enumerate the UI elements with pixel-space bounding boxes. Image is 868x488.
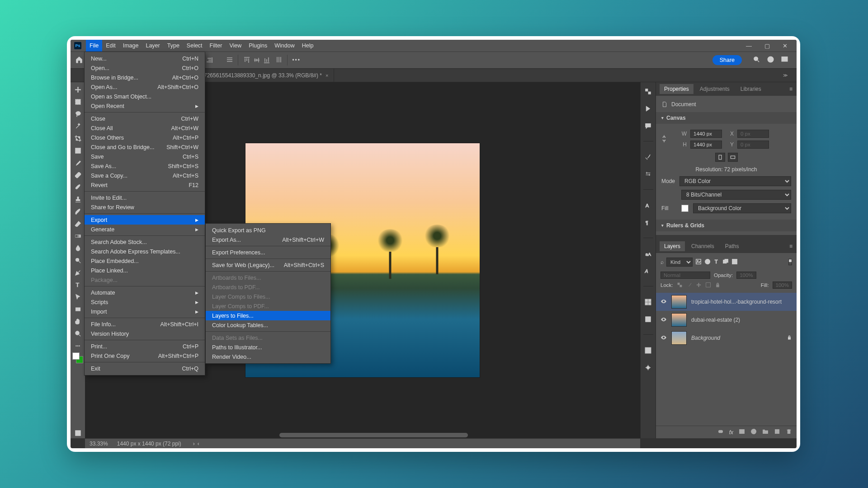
y-input[interactable] xyxy=(737,141,769,149)
filter-type-icon[interactable]: T xyxy=(713,258,720,266)
menu-item[interactable]: RevertF12 xyxy=(85,180,205,190)
adjustments-panel-icon[interactable] xyxy=(644,169,653,178)
comments-panel-icon[interactable] xyxy=(644,121,653,130)
hand-tool[interactable] xyxy=(72,316,84,327)
menu-item[interactable]: Browse in Bridge...Alt+Ctrl+O xyxy=(85,73,205,82)
menu-item[interactable]: Render Video... xyxy=(206,352,330,361)
brush-tool[interactable] xyxy=(72,182,84,192)
canvas-section-header[interactable]: Canvas xyxy=(656,112,797,124)
menu-item[interactable]: Save a Copy...Alt+Ctrl+S xyxy=(85,171,205,180)
link-layers-icon[interactable] xyxy=(717,428,724,436)
menu-item[interactable]: Export As...Alt+Shift+Ctrl+W xyxy=(206,235,330,244)
menu-item[interactable]: Search Adobe Express Templates... xyxy=(85,247,205,256)
fill-swatch[interactable] xyxy=(681,205,689,212)
layer-visibility-icon[interactable] xyxy=(660,316,667,324)
maximize-button[interactable]: ▢ xyxy=(764,42,770,49)
layer-mask-icon[interactable] xyxy=(739,428,745,436)
menu-type[interactable]: Type xyxy=(164,40,183,52)
width-input[interactable] xyxy=(690,130,722,138)
menu-item[interactable]: Scripts▶ xyxy=(85,297,205,307)
lock-transparency-icon[interactable] xyxy=(677,282,683,289)
menu-item[interactable]: Open As...Alt+Shift+Ctrl+O xyxy=(85,82,205,92)
lock-paint-icon[interactable] xyxy=(686,282,692,289)
pen-tool[interactable] xyxy=(72,267,84,278)
bit-depth-select[interactable]: 8 Bits/Channel xyxy=(681,190,791,200)
menu-item[interactable]: Place Linked... xyxy=(85,266,205,275)
menu-item[interactable]: Generate▶ xyxy=(85,225,205,234)
tab-paths[interactable]: Paths xyxy=(721,241,744,251)
menu-item[interactable]: File Info...Alt+Shift+Ctrl+I xyxy=(85,319,205,329)
menu-item[interactable]: Paths to Illustrator... xyxy=(206,343,330,352)
menu-layer[interactable]: Layer xyxy=(142,40,163,52)
filter-kind-select[interactable]: Kind xyxy=(666,258,693,267)
blend-mode-select[interactable]: Normal xyxy=(660,272,710,279)
zoom-level[interactable]: 33.33% xyxy=(90,441,108,447)
menu-item[interactable]: Print...Ctrl+P xyxy=(85,342,205,351)
menu-item[interactable]: ExitCtrl+Q xyxy=(85,364,205,373)
lock-artboard-icon[interactable] xyxy=(705,282,711,289)
menu-image[interactable]: Image xyxy=(119,40,142,52)
marquee-tool[interactable] xyxy=(72,96,84,107)
new-layer-icon[interactable] xyxy=(774,428,780,436)
quick-mask-icon[interactable] xyxy=(72,427,84,438)
share-button[interactable]: Share xyxy=(712,55,742,65)
glyphs-panel-icon[interactable]: aA xyxy=(644,249,653,258)
blur-tool[interactable] xyxy=(72,243,84,253)
group-layers-icon[interactable] xyxy=(762,428,769,436)
menu-item[interactable]: Close OthersAlt+Ctrl+P xyxy=(85,133,205,142)
magic-wand-tool[interactable] xyxy=(72,121,84,131)
menu-file[interactable]: File xyxy=(86,40,102,52)
color-panel-icon[interactable] xyxy=(644,314,653,324)
menu-item[interactable]: Invite to Edit... xyxy=(85,193,205,202)
horizontal-scrollbar[interactable] xyxy=(279,433,468,437)
menu-item[interactable]: Place Embedded... xyxy=(85,256,205,266)
menu-item[interactable]: Layers to Files... xyxy=(206,311,330,320)
eyedropper-tool[interactable] xyxy=(72,157,84,168)
tab-layers[interactable]: Layers xyxy=(660,241,685,251)
status-nav-right-icon[interactable]: › xyxy=(193,441,195,447)
character-panel-icon[interactable]: A xyxy=(644,201,653,210)
color-mode-select[interactable]: RGB Color xyxy=(679,176,791,186)
distribute-v-icon[interactable] xyxy=(275,56,283,65)
align-top-icon[interactable] xyxy=(243,56,251,64)
type-tool[interactable]: T xyxy=(72,279,84,290)
fill-select[interactable]: Background Color xyxy=(693,203,791,213)
layer-row[interactable]: Background xyxy=(660,329,792,347)
panel-menu-icon[interactable]: ≡ xyxy=(789,86,793,92)
frame-tool[interactable] xyxy=(72,145,84,156)
adjustment-layer-icon[interactable] xyxy=(750,428,757,436)
tab-properties[interactable]: Properties xyxy=(660,84,693,94)
history-brush-tool[interactable] xyxy=(72,206,84,217)
tab-overflow-icon[interactable]: ≫ xyxy=(783,73,797,78)
rulers-section-header[interactable]: Rulers & Grids xyxy=(656,220,797,231)
menu-item[interactable]: Open as Smart Object... xyxy=(85,92,205,101)
layer-visibility-icon[interactable] xyxy=(660,298,667,306)
menu-item[interactable]: Save As...Shift+Ctrl+S xyxy=(85,161,205,171)
styles-panel-icon[interactable]: A xyxy=(644,266,653,275)
tab-libraries[interactable]: Libraries xyxy=(736,84,766,94)
align-middle-icon[interactable] xyxy=(253,56,261,64)
status-nav-left-icon[interactable]: ‹ xyxy=(198,441,199,447)
lasso-tool[interactable] xyxy=(72,108,84,119)
history-panel-icon[interactable] xyxy=(644,87,653,96)
tab-adjustments[interactable]: Adjustments xyxy=(695,84,734,94)
filter-adjust-icon[interactable] xyxy=(704,258,711,266)
path-select-tool[interactable] xyxy=(72,291,84,302)
crop-tool[interactable] xyxy=(72,133,84,144)
layer-row[interactable]: dubai-real-estate (2) xyxy=(660,311,792,329)
filter-smart-icon[interactable] xyxy=(731,258,738,266)
menu-item[interactable]: SaveCtrl+S xyxy=(85,152,205,161)
menu-window[interactable]: Window xyxy=(271,40,298,52)
delete-layer-icon[interactable] xyxy=(786,428,792,436)
x-input[interactable] xyxy=(737,130,769,138)
navigator-panel-icon[interactable] xyxy=(644,363,653,372)
edit-toolbar-icon[interactable]: ••• xyxy=(75,343,80,348)
link-wh-icon[interactable] xyxy=(661,133,667,145)
help-icon[interactable] xyxy=(767,56,774,65)
menu-item[interactable]: Color Lookup Tables... xyxy=(206,320,330,330)
lock-position-icon[interactable] xyxy=(696,282,702,289)
eraser-tool[interactable] xyxy=(72,218,84,229)
minimize-button[interactable]: — xyxy=(746,42,752,49)
height-input[interactable] xyxy=(690,141,722,149)
opacity-input[interactable]: 100% xyxy=(736,272,756,279)
